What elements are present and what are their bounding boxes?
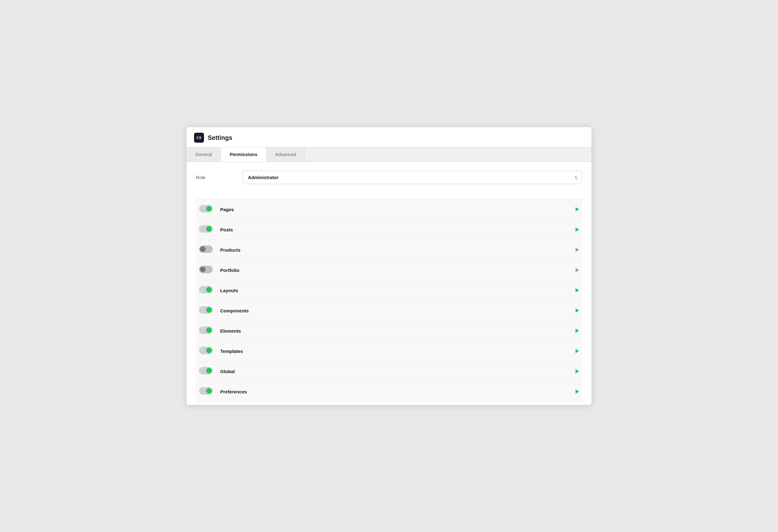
chevron-right-products[interactable] xyxy=(575,248,579,252)
app-logo: CS xyxy=(194,133,204,143)
permissions-list: PagesPostsProductsPortfolioLayoutsCompon… xyxy=(196,199,582,402)
permission-row-components[interactable]: Components xyxy=(196,301,582,321)
window-title: Settings xyxy=(208,134,232,141)
chevron-right-pages[interactable] xyxy=(575,207,579,212)
permission-name-portfolio: Portfolio xyxy=(220,268,575,273)
toggle-wrapper-global xyxy=(199,367,213,376)
app-logo-text: CS xyxy=(197,136,202,140)
toggle-portfolio[interactable] xyxy=(199,266,213,273)
toggle-wrapper-posts xyxy=(199,225,213,234)
permission-row-posts[interactable]: Posts xyxy=(196,220,582,240)
permissions-content: Role Administrator PagesPostsProductsPor… xyxy=(186,162,592,405)
permission-row-products[interactable]: Products xyxy=(196,240,582,260)
permission-row-elements[interactable]: Elements xyxy=(196,321,582,341)
chevron-right-posts[interactable] xyxy=(575,227,579,232)
permission-name-layouts: Layouts xyxy=(220,288,575,293)
toggle-slider-posts xyxy=(199,225,213,233)
toggle-slider-preferences xyxy=(199,387,213,395)
toggle-wrapper-elements xyxy=(199,326,213,335)
permission-name-global: Global xyxy=(220,369,575,374)
tabs-bar: General Permissions Advanced xyxy=(186,147,592,162)
toggle-slider-portfolio xyxy=(199,266,213,273)
role-select[interactable]: Administrator xyxy=(243,171,582,184)
toggle-wrapper-products xyxy=(199,245,213,254)
toggle-slider-components xyxy=(199,306,213,314)
permission-row-layouts[interactable]: Layouts xyxy=(196,280,582,301)
toggle-slider-elements xyxy=(199,326,213,334)
toggle-slider-layouts xyxy=(199,286,213,293)
permission-name-elements: Elements xyxy=(220,328,575,333)
toggle-templates[interactable] xyxy=(199,347,213,354)
toggle-wrapper-components xyxy=(199,306,213,315)
permission-row-preferences[interactable]: Preferences xyxy=(196,382,582,402)
toggle-wrapper-templates xyxy=(199,347,213,356)
toggle-slider-products xyxy=(199,245,213,253)
settings-window: CS Settings General Permissions Advanced… xyxy=(186,127,592,405)
toggle-layouts[interactable] xyxy=(199,286,213,293)
permission-name-templates: Templates xyxy=(220,349,575,354)
toggle-wrapper-layouts xyxy=(199,286,213,295)
permission-name-preferences: Preferences xyxy=(220,389,575,394)
toggle-global[interactable] xyxy=(199,367,213,374)
toggle-components[interactable] xyxy=(199,306,213,314)
toggle-slider-templates xyxy=(199,347,213,354)
chevron-right-elements[interactable] xyxy=(575,328,579,333)
role-section: Role Administrator xyxy=(196,171,582,190)
toggle-slider-pages xyxy=(199,205,213,212)
permission-row-templates[interactable]: Templates xyxy=(196,341,582,361)
role-label: Role xyxy=(196,175,243,180)
chevron-right-templates[interactable] xyxy=(575,349,579,353)
permission-name-components: Components xyxy=(220,308,575,313)
toggle-preferences[interactable] xyxy=(199,387,213,395)
permission-name-products: Products xyxy=(220,247,575,252)
title-bar: CS Settings xyxy=(186,127,592,147)
chevron-right-portfolio[interactable] xyxy=(575,268,579,272)
toggle-products[interactable] xyxy=(199,245,213,253)
toggle-wrapper-pages xyxy=(199,205,213,214)
tab-advanced[interactable]: Advanced xyxy=(266,147,305,162)
role-select-wrapper: Administrator xyxy=(243,171,582,184)
permission-row-portfolio[interactable]: Portfolio xyxy=(196,260,582,280)
toggle-slider-global xyxy=(199,367,213,374)
permission-name-posts: Posts xyxy=(220,227,575,232)
permission-row-global[interactable]: Global xyxy=(196,361,582,382)
chevron-right-components[interactable] xyxy=(575,308,579,313)
toggle-wrapper-portfolio xyxy=(199,266,213,275)
permission-name-pages: Pages xyxy=(220,207,575,212)
toggle-pages[interactable] xyxy=(199,205,213,212)
permission-row-pages[interactable]: Pages xyxy=(196,199,582,220)
chevron-right-preferences[interactable] xyxy=(575,389,579,394)
tab-general[interactable]: General xyxy=(186,147,221,162)
toggle-posts[interactable] xyxy=(199,225,213,233)
toggle-elements[interactable] xyxy=(199,326,213,334)
toggle-wrapper-preferences xyxy=(199,387,213,396)
chevron-right-layouts[interactable] xyxy=(575,288,579,293)
chevron-right-global[interactable] xyxy=(575,369,579,373)
tab-permissions[interactable]: Permissions xyxy=(221,147,266,162)
